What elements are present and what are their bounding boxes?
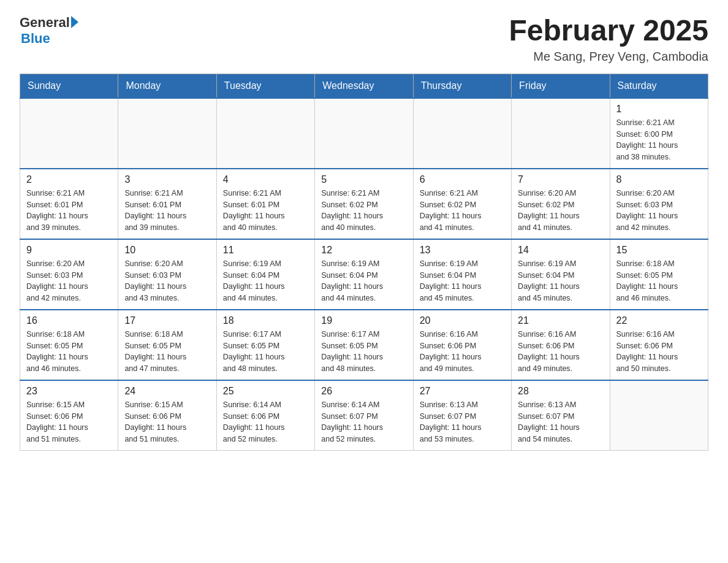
day-number: 3 bbox=[124, 174, 210, 185]
calendar-empty-cell bbox=[413, 98, 511, 169]
calendar-day-5: 5Sunrise: 6:21 AMSunset: 6:02 PMDaylight… bbox=[315, 169, 413, 239]
day-info: Sunrise: 6:20 AMSunset: 6:02 PMDaylight:… bbox=[518, 188, 603, 234]
day-info: Sunrise: 6:13 AMSunset: 6:07 PMDaylight:… bbox=[420, 399, 505, 445]
day-number: 21 bbox=[518, 315, 603, 326]
day-number: 17 bbox=[124, 315, 210, 326]
day-info: Sunrise: 6:16 AMSunset: 6:06 PMDaylight:… bbox=[420, 329, 505, 375]
day-info: Sunrise: 6:16 AMSunset: 6:06 PMDaylight:… bbox=[616, 329, 702, 375]
weekday-header-friday: Friday bbox=[512, 74, 610, 98]
calendar-day-27: 27Sunrise: 6:13 AMSunset: 6:07 PMDayligh… bbox=[413, 380, 511, 451]
day-number: 8 bbox=[616, 174, 702, 185]
logo-blue-text: Blue bbox=[21, 31, 50, 46]
day-number: 14 bbox=[518, 245, 603, 256]
day-number: 1 bbox=[616, 104, 702, 115]
calendar-day-2: 2Sunrise: 6:21 AMSunset: 6:01 PMDaylight… bbox=[20, 169, 118, 239]
day-info: Sunrise: 6:18 AMSunset: 6:05 PMDaylight:… bbox=[26, 329, 112, 375]
day-number: 19 bbox=[321, 315, 406, 326]
calendar-day-24: 24Sunrise: 6:15 AMSunset: 6:06 PMDayligh… bbox=[118, 380, 216, 451]
day-number: 15 bbox=[616, 245, 702, 256]
day-number: 10 bbox=[124, 245, 210, 256]
day-info: Sunrise: 6:16 AMSunset: 6:06 PMDaylight:… bbox=[518, 329, 603, 375]
day-info: Sunrise: 6:18 AMSunset: 6:05 PMDaylight:… bbox=[616, 258, 702, 304]
weekday-header-monday: Monday bbox=[118, 74, 216, 98]
day-info: Sunrise: 6:15 AMSunset: 6:06 PMDaylight:… bbox=[26, 399, 112, 445]
day-number: 24 bbox=[124, 386, 210, 397]
title-section: February 2025 Me Sang, Prey Veng, Cambod… bbox=[509, 15, 708, 64]
day-info: Sunrise: 6:21 AMSunset: 6:02 PMDaylight:… bbox=[321, 188, 406, 234]
day-info: Sunrise: 6:21 AMSunset: 6:02 PMDaylight:… bbox=[420, 188, 505, 234]
calendar-day-7: 7Sunrise: 6:20 AMSunset: 6:02 PMDaylight… bbox=[512, 169, 610, 239]
day-number: 22 bbox=[616, 315, 702, 326]
logo-general-text: General bbox=[20, 15, 70, 31]
day-number: 7 bbox=[518, 174, 603, 185]
day-number: 9 bbox=[26, 245, 112, 256]
calendar-empty-cell bbox=[610, 380, 708, 451]
day-info: Sunrise: 6:21 AMSunset: 6:01 PMDaylight:… bbox=[26, 188, 112, 234]
calendar-day-4: 4Sunrise: 6:21 AMSunset: 6:01 PMDaylight… bbox=[216, 169, 314, 239]
calendar-header-row: SundayMondayTuesdayWednesdayThursdayFrid… bbox=[20, 74, 708, 98]
calendar-day-11: 11Sunrise: 6:19 AMSunset: 6:04 PMDayligh… bbox=[216, 239, 314, 310]
day-info: Sunrise: 6:14 AMSunset: 6:07 PMDaylight:… bbox=[321, 399, 406, 445]
calendar-day-3: 3Sunrise: 6:21 AMSunset: 6:01 PMDaylight… bbox=[118, 169, 216, 239]
day-number: 6 bbox=[420, 174, 505, 185]
logo-arrow-icon bbox=[71, 16, 78, 28]
calendar-day-19: 19Sunrise: 6:17 AMSunset: 6:05 PMDayligh… bbox=[315, 310, 413, 380]
calendar-day-22: 22Sunrise: 6:16 AMSunset: 6:06 PMDayligh… bbox=[610, 310, 708, 380]
day-number: 4 bbox=[223, 174, 308, 185]
day-info: Sunrise: 6:21 AMSunset: 6:01 PMDaylight:… bbox=[124, 188, 210, 234]
calendar-week-row: 23Sunrise: 6:15 AMSunset: 6:06 PMDayligh… bbox=[20, 380, 708, 451]
logo: General Blue bbox=[20, 15, 78, 47]
day-info: Sunrise: 6:20 AMSunset: 6:03 PMDaylight:… bbox=[124, 258, 210, 304]
calendar-table: SundayMondayTuesdayWednesdayThursdayFrid… bbox=[20, 74, 708, 451]
day-info: Sunrise: 6:14 AMSunset: 6:06 PMDaylight:… bbox=[223, 399, 308, 445]
calendar-day-17: 17Sunrise: 6:18 AMSunset: 6:05 PMDayligh… bbox=[118, 310, 216, 380]
weekday-header-tuesday: Tuesday bbox=[216, 74, 314, 98]
day-info: Sunrise: 6:19 AMSunset: 6:04 PMDaylight:… bbox=[321, 258, 406, 304]
weekday-header-sunday: Sunday bbox=[20, 74, 118, 98]
day-info: Sunrise: 6:20 AMSunset: 6:03 PMDaylight:… bbox=[616, 188, 702, 234]
calendar-day-9: 9Sunrise: 6:20 AMSunset: 6:03 PMDaylight… bbox=[20, 239, 118, 310]
calendar-week-row: 1Sunrise: 6:21 AMSunset: 6:00 PMDaylight… bbox=[20, 98, 708, 169]
day-number: 28 bbox=[518, 386, 603, 397]
calendar-day-20: 20Sunrise: 6:16 AMSunset: 6:06 PMDayligh… bbox=[413, 310, 511, 380]
calendar-day-28: 28Sunrise: 6:13 AMSunset: 6:07 PMDayligh… bbox=[512, 380, 610, 451]
day-number: 12 bbox=[321, 245, 406, 256]
calendar-day-8: 8Sunrise: 6:20 AMSunset: 6:03 PMDaylight… bbox=[610, 169, 708, 239]
day-info: Sunrise: 6:21 AMSunset: 6:01 PMDaylight:… bbox=[223, 188, 308, 234]
day-number: 2 bbox=[26, 174, 112, 185]
day-number: 26 bbox=[321, 386, 406, 397]
day-info: Sunrise: 6:17 AMSunset: 6:05 PMDaylight:… bbox=[223, 329, 308, 375]
day-number: 5 bbox=[321, 174, 406, 185]
weekday-header-thursday: Thursday bbox=[413, 74, 511, 98]
calendar-week-row: 16Sunrise: 6:18 AMSunset: 6:05 PMDayligh… bbox=[20, 310, 708, 380]
calendar-day-6: 6Sunrise: 6:21 AMSunset: 6:02 PMDaylight… bbox=[413, 169, 511, 239]
weekday-header-wednesday: Wednesday bbox=[315, 74, 413, 98]
calendar-day-23: 23Sunrise: 6:15 AMSunset: 6:06 PMDayligh… bbox=[20, 380, 118, 451]
calendar-day-10: 10Sunrise: 6:20 AMSunset: 6:03 PMDayligh… bbox=[118, 239, 216, 310]
day-info: Sunrise: 6:21 AMSunset: 6:00 PMDaylight:… bbox=[616, 117, 702, 163]
day-number: 27 bbox=[420, 386, 505, 397]
day-number: 11 bbox=[223, 245, 308, 256]
day-number: 18 bbox=[223, 315, 308, 326]
calendar-day-16: 16Sunrise: 6:18 AMSunset: 6:05 PMDayligh… bbox=[20, 310, 118, 380]
day-info: Sunrise: 6:17 AMSunset: 6:05 PMDaylight:… bbox=[321, 329, 406, 375]
calendar-empty-cell bbox=[512, 98, 610, 169]
day-info: Sunrise: 6:19 AMSunset: 6:04 PMDaylight:… bbox=[420, 258, 505, 304]
calendar-day-15: 15Sunrise: 6:18 AMSunset: 6:05 PMDayligh… bbox=[610, 239, 708, 310]
day-info: Sunrise: 6:15 AMSunset: 6:06 PMDaylight:… bbox=[124, 399, 210, 445]
calendar-empty-cell bbox=[20, 98, 118, 169]
calendar-day-13: 13Sunrise: 6:19 AMSunset: 6:04 PMDayligh… bbox=[413, 239, 511, 310]
calendar-day-12: 12Sunrise: 6:19 AMSunset: 6:04 PMDayligh… bbox=[315, 239, 413, 310]
day-number: 20 bbox=[420, 315, 505, 326]
calendar-empty-cell bbox=[118, 98, 216, 169]
page-title: February 2025 bbox=[509, 15, 708, 47]
day-number: 23 bbox=[26, 386, 112, 397]
page-header: General Blue February 2025 Me Sang, Prey… bbox=[20, 15, 708, 64]
weekday-header-saturday: Saturday bbox=[610, 74, 708, 98]
day-number: 13 bbox=[420, 245, 505, 256]
day-info: Sunrise: 6:20 AMSunset: 6:03 PMDaylight:… bbox=[26, 258, 112, 304]
calendar-week-row: 2Sunrise: 6:21 AMSunset: 6:01 PMDaylight… bbox=[20, 169, 708, 239]
calendar-week-row: 9Sunrise: 6:20 AMSunset: 6:03 PMDaylight… bbox=[20, 239, 708, 310]
calendar-empty-cell bbox=[315, 98, 413, 169]
day-info: Sunrise: 6:13 AMSunset: 6:07 PMDaylight:… bbox=[518, 399, 603, 445]
